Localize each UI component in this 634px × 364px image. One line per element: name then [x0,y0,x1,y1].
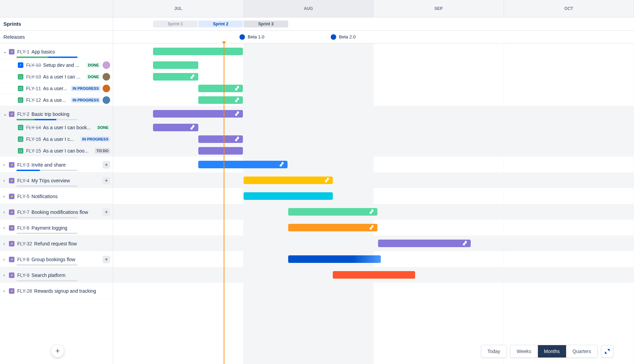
epic-row[interactable]: ›⚡FLY-5Notifications [0,188,113,204]
issue-summary[interactable]: Invite and share [32,162,103,168]
issue-row[interactable]: ◻FLY-14As a user I can book...DONE [0,122,113,133]
avatar[interactable] [103,85,110,92]
issue-summary[interactable]: As a user I can book... [43,125,94,130]
epic-row[interactable]: ›⚡FLY-8Group bookings flow+ [0,251,113,267]
issue-summary[interactable]: Group bookings flow [32,257,103,262]
gantt-bar[interactable] [333,271,415,279]
issue-row[interactable]: ◻FLY-16As a user I c...IN PROGRESS [0,133,113,145]
today-button[interactable]: Today [481,345,506,357]
issue-key[interactable]: FLY-15 [26,148,41,154]
chevron-right-icon[interactable]: › [3,289,9,293]
epic-row[interactable]: ⌄⚡FLY-1App basics [0,44,113,59]
gantt-bar[interactable] [198,96,243,104]
issue-summary[interactable]: Refund request flow [34,241,110,246]
add-child-button[interactable]: + [103,208,110,216]
gantt-bar[interactable] [288,255,381,263]
chevron-right-icon[interactable]: › [3,257,9,262]
gantt-bar[interactable] [244,177,333,184]
issue-key[interactable]: FLY-14 [26,125,41,130]
chevron-down-icon[interactable]: ⌄ [3,112,9,117]
issue-key[interactable]: FLY-12 [26,97,41,103]
sprint-pill[interactable]: Sprint 3 [244,21,288,27]
issue-key[interactable]: FLY-4 [17,178,30,183]
chevron-right-icon[interactable]: › [3,162,9,167]
avatar[interactable] [103,61,110,69]
gantt-bar[interactable] [378,240,471,247]
chevron-right-icon[interactable]: › [3,210,9,215]
issue-summary[interactable]: Search platform [32,272,110,278]
add-child-button[interactable]: + [103,256,110,263]
gantt-bar[interactable] [153,73,198,81]
release-marker[interactable]: Beta 1.0 [239,34,264,40]
epic-row[interactable]: ›⚡FLY-32Refund request flow [0,235,113,251]
add-child-button[interactable]: + [103,161,110,169]
gantt-bar[interactable] [153,110,243,118]
sprint-pill[interactable]: Sprint 2 [198,21,243,27]
issue-summary[interactable]: As a user I can boo... [43,148,93,154]
gantt-bar[interactable] [288,208,377,216]
zoom-months[interactable]: Months [538,345,566,357]
issue-summary[interactable]: Booking modifications flow [32,209,103,215]
gantt-bar[interactable] [153,61,198,69]
epic-row[interactable]: ›⚡FLY-28Rewards signup and tracking [0,283,113,299]
issue-summary[interactable]: My Trips overview [32,178,103,183]
chevron-right-icon[interactable]: › [3,226,9,230]
issue-row[interactable]: ◻FLY-12As a use...IN PROGRESS [0,94,113,106]
add-child-button[interactable]: + [103,177,110,184]
issue-row[interactable]: ◻FLY-11As a user...IN PROGRESS [0,83,113,94]
zoom-weeks[interactable]: Weeks [510,345,538,357]
issue-summary[interactable]: As a user I c... [43,136,79,142]
release-marker[interactable]: Beta 2.0 [331,34,355,40]
issue-row[interactable]: ◻FLY-13As a user I can ...DONE [0,71,113,83]
issue-summary[interactable]: Basic trip booking [32,111,110,117]
chevron-right-icon[interactable]: › [3,178,9,183]
issue-key[interactable]: FLY-3 [17,162,30,168]
gantt-area[interactable] [113,44,634,364]
issue-key[interactable]: FLY-8 [17,257,30,262]
issue-summary[interactable]: As a use... [43,97,69,103]
gantt-bar[interactable] [198,85,243,92]
issue-summary[interactable]: Setup dev and ... [43,62,84,68]
issue-key[interactable]: FLY-9 [17,272,30,278]
gantt-bar[interactable] [153,124,198,131]
avatar[interactable] [103,96,110,104]
chevron-right-icon[interactable]: › [3,241,9,246]
epic-row[interactable]: ›⚡FLY-9Search platform [0,267,113,283]
epic-row[interactable]: ›⚡FLY-7Booking modifications flow+ [0,204,113,220]
epic-row[interactable]: ⌄⚡FLY-2Basic trip booking [0,106,113,122]
gantt-bar[interactable] [198,135,243,143]
epic-row[interactable]: ›⚡FLY-3Invite and share+ [0,157,113,172]
issue-row[interactable]: ◻FLY-15As a user I can boo...TO DO [0,145,113,157]
issue-summary[interactable]: App basics [32,49,110,54]
epic-row[interactable]: ›⚡FLY-4My Trips overview+ [0,172,113,188]
issue-summary[interactable]: As a user I can ... [43,74,84,80]
chevron-down-icon[interactable]: ⌄ [3,49,9,54]
issue-summary[interactable]: Rewards signup and tracking [34,288,110,294]
fullscreen-toggle[interactable] [601,345,613,357]
issue-key[interactable]: FLY-7 [17,209,30,215]
issue-summary[interactable]: Notifications [32,194,110,199]
sprint-pill[interactable]: Sprint 1 [153,21,198,27]
issue-key[interactable]: FLY-2 [17,111,30,117]
gantt-bar[interactable] [244,192,333,200]
issue-summary[interactable]: As a user... [43,86,69,91]
chevron-right-icon[interactable]: › [3,194,9,199]
issue-key[interactable]: FLY-5 [17,194,30,199]
avatar[interactable] [103,73,110,81]
issue-key[interactable]: FLY-11 [26,86,41,91]
chevron-right-icon[interactable]: › [3,273,9,278]
issue-row[interactable]: ✓FLY-10Setup dev and ...DONE [0,59,113,71]
issue-key[interactable]: FLY-6 [17,225,30,231]
issue-key[interactable]: FLY-13 [26,74,41,80]
gantt-bar[interactable] [198,147,243,155]
epic-row[interactable]: ›⚡FLY-6Payment logging [0,220,113,235]
issue-key[interactable]: FLY-1 [17,49,30,54]
issue-key[interactable]: FLY-16 [26,136,41,142]
issue-key[interactable]: FLY-32 [17,241,32,246]
issue-summary[interactable]: Payment logging [32,225,110,231]
create-fab[interactable]: + [51,345,64,357]
zoom-quarters[interactable]: Quarters [566,345,597,357]
gantt-bar[interactable] [153,48,243,55]
gantt-bar[interactable] [198,161,287,168]
issue-key[interactable]: FLY-28 [17,288,32,294]
